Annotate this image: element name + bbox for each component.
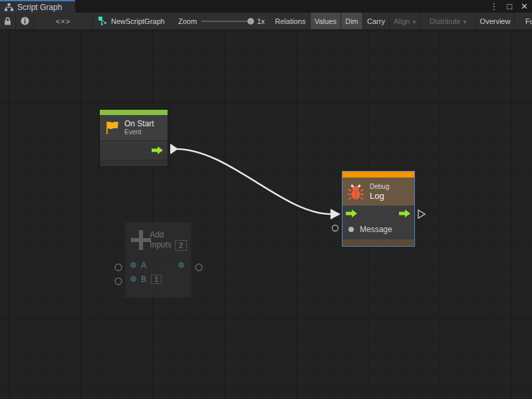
values-label: Values <box>315 17 336 25</box>
info-icon <box>21 17 29 25</box>
node-subtitle: Inputs <box>150 240 172 250</box>
fullscreen-button[interactable]: Full S <box>515 13 532 29</box>
port-a-label: A <box>141 261 146 270</box>
graph-asset[interactable]: NewScriptGraph <box>93 13 178 29</box>
node-category: Debug <box>370 182 389 191</box>
node-subtitle: Event <box>124 128 154 136</box>
node-footer <box>100 160 168 166</box>
on-start-accent-bar <box>100 110 168 115</box>
debug-accent-bar <box>342 172 414 178</box>
code-icon: <×> <box>56 17 70 25</box>
titlebar: Script Graph ⋮ □ ✕ <box>0 0 532 13</box>
carry-button[interactable]: Carry <box>363 13 390 29</box>
distribute-label: Distribute <box>430 17 460 25</box>
port-b-value-field[interactable]: 1 <box>151 275 162 284</box>
flag-icon <box>104 120 120 136</box>
wire-shadow <box>176 149 331 214</box>
overview-label: Overview <box>480 17 511 25</box>
wire-onstart-to-log[interactable] <box>176 149 331 214</box>
zoom-label: Zoom <box>178 17 197 25</box>
ghost-output-hint-circle[interactable] <box>196 264 202 271</box>
flow-input-port[interactable] <box>346 209 358 217</box>
close-icon[interactable]: ✕ <box>521 0 528 13</box>
maximize-icon[interactable]: □ <box>507 0 512 13</box>
lock-button[interactable] <box>0 13 16 29</box>
window-controls: ⋮ □ ✕ <box>489 0 528 13</box>
relations-label: Relations <box>275 17 306 25</box>
dim-button[interactable]: Dim <box>341 13 363 29</box>
graph-name: NewScriptGraph <box>111 17 165 25</box>
zoom-value: 1x <box>257 17 265 25</box>
flow-output-port[interactable] <box>399 209 411 217</box>
carry-label: Carry <box>367 17 385 25</box>
relations-button[interactable]: Relations <box>271 13 311 29</box>
dim-label: Dim <box>345 17 358 25</box>
node-debug-log[interactable]: Debug Log Message <box>342 171 415 247</box>
add-unit-icon <box>131 230 144 250</box>
port-a-input[interactable] <box>130 262 136 268</box>
zoom-control: Zoom 1x <box>178 13 271 29</box>
graph-toolbar: <×> NewScriptGraph Zoom 1x Relations Val… <box>0 13 532 30</box>
overview-button[interactable]: Overview <box>476 13 515 29</box>
ghost-port-b-hint-circle[interactable] <box>115 278 122 285</box>
node-add-ghost[interactable]: Add Inputs 2 A B 1 <box>125 222 192 298</box>
script-graph-window: Script Graph ⋮ □ ✕ <×> <box>0 0 532 399</box>
tab-script-graph[interactable]: Script Graph <box>0 0 75 13</box>
node-title: On Start <box>124 119 154 128</box>
node-title: Log <box>370 191 389 201</box>
graph-canvas[interactable]: On Start Event <box>0 30 532 399</box>
sum-output-port[interactable] <box>178 262 184 268</box>
port-b-label: B <box>141 275 146 284</box>
tab-title: Script Graph <box>17 3 62 12</box>
message-port-label: Message <box>360 225 392 234</box>
flow-output-hint-triangle[interactable] <box>418 210 425 218</box>
message-input-port[interactable] <box>348 227 354 232</box>
edit-script-button[interactable]: <×> <box>34 13 93 29</box>
port-b-input[interactable] <box>130 276 136 282</box>
inspector-button[interactable] <box>16 13 34 29</box>
lock-icon <box>4 17 11 25</box>
wire-end-arrowhead <box>331 209 340 219</box>
node-title: Add <box>150 230 187 240</box>
chevron-down-icon: ▾ <box>463 19 466 25</box>
distribute-button[interactable]: Distribute ▾ <box>420 13 476 29</box>
connections-overlay <box>0 30 532 399</box>
window-menu-icon[interactable]: ⋮ <box>489 0 498 13</box>
align-label: Align <box>394 17 410 25</box>
flow-output-port[interactable] <box>152 146 164 154</box>
wire-start-arrowhead <box>170 144 178 154</box>
input-count-field[interactable]: 2 <box>175 240 187 251</box>
ghost-port-a-hint-circle[interactable] <box>115 264 122 271</box>
zoom-slider[interactable] <box>201 21 252 22</box>
values-button[interactable]: Values <box>311 13 341 29</box>
graph-window-icon <box>5 3 13 11</box>
bug-icon <box>346 182 365 201</box>
message-port-hint-circle[interactable] <box>332 225 338 231</box>
align-button[interactable]: Align ▾ <box>390 13 420 29</box>
zoom-slider-handle[interactable] <box>247 18 254 25</box>
node-on-start[interactable]: On Start Event <box>99 109 168 167</box>
fullscreen-label: Full S <box>525 17 532 25</box>
chevron-down-icon: ▾ <box>412 19 416 25</box>
script-graph-asset-icon <box>98 17 107 25</box>
node-footer <box>342 239 414 246</box>
